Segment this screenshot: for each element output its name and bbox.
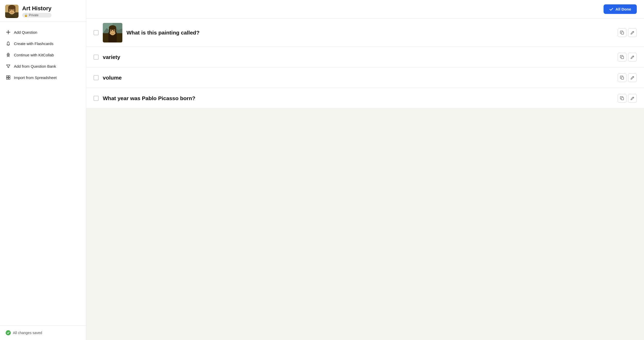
svg-rect-5 [14, 7, 15, 12]
question-4-copy-button[interactable] [618, 94, 626, 103]
question-row: What year was Pablo Picasso born? [86, 88, 644, 109]
saved-check-icon [6, 330, 11, 335]
private-badge: 🔒 Private [22, 13, 52, 18]
edit-icon [630, 31, 634, 35]
svg-point-25 [111, 30, 112, 31]
svg-rect-12 [9, 76, 10, 77]
edit-icon [630, 55, 634, 59]
sidebar-nav: Add Question Create with Flashcards [0, 22, 86, 325]
question-2-checkbox[interactable] [94, 55, 99, 60]
question-2-actions [618, 53, 637, 62]
question-2-copy-button[interactable] [618, 53, 626, 62]
question-1-actions [618, 28, 637, 37]
question-3-text: volume [103, 75, 614, 81]
question-1-text: What is this painting called? [126, 30, 614, 36]
sidebar-header: Art History 🔒 Private [0, 0, 86, 22]
sidebar-item-add-question-label: Add Question [14, 30, 37, 34]
svg-rect-14 [9, 78, 10, 79]
sidebar-item-import-spreadsheet-label: Import from Spreadsheet [14, 75, 57, 80]
question-1-copy-button[interactable] [618, 28, 626, 37]
question-1-thumbnail [103, 23, 122, 42]
avatar [5, 5, 19, 18]
question-4-actions [618, 94, 637, 103]
sidebar: Art History 🔒 Private Add Question [0, 0, 86, 340]
edit-icon [630, 96, 634, 100]
copy-icon [620, 31, 624, 35]
bell-icon [6, 41, 11, 46]
question-row: What is this painting called? [86, 19, 644, 47]
empty-area [86, 109, 644, 212]
question-3-edit-button[interactable] [628, 73, 637, 82]
main: All Done [86, 0, 644, 340]
question-1-edit-button[interactable] [628, 28, 637, 37]
lock-icon: 🔒 [24, 14, 28, 17]
copy-icon [620, 76, 624, 80]
grid-icon [6, 75, 11, 80]
header-text: Art History 🔒 Private [22, 5, 52, 18]
sidebar-item-add-question[interactable]: Add Question [0, 27, 86, 38]
question-2-text: variety [103, 54, 614, 60]
sidebar-item-continue-kitcollab[interactable]: Continue with KitCollab [0, 49, 86, 60]
svg-rect-13 [6, 78, 8, 79]
svg-rect-27 [621, 32, 624, 34]
svg-rect-29 [621, 77, 624, 79]
question-4-edit-button[interactable] [628, 94, 637, 103]
sidebar-item-create-flashcards-label: Create with Flashcards [14, 41, 53, 46]
sidebar-item-import-spreadsheet[interactable]: Import from Spreadsheet [0, 72, 86, 83]
app-title: Art History [22, 5, 52, 12]
question-2-edit-button[interactable] [628, 53, 637, 62]
question-row: volume [86, 67, 644, 88]
copy-icon [620, 96, 624, 100]
svg-rect-4 [8, 7, 10, 12]
svg-point-10 [8, 54, 9, 55]
sidebar-item-create-flashcards[interactable]: Create with Flashcards [0, 38, 86, 49]
svg-rect-11 [6, 76, 8, 77]
sidebar-item-continue-kitcollab-label: Continue with KitCollab [14, 53, 54, 57]
question-row: variety [86, 47, 644, 67]
svg-point-7 [13, 10, 14, 11]
edit-icon [630, 76, 634, 80]
sidebar-item-add-question-bank-label: Add from Question Bank [14, 64, 56, 68]
all-done-label: All Done [615, 7, 631, 11]
question-3-copy-button[interactable] [618, 73, 626, 82]
main-header: All Done [86, 0, 644, 19]
checkmark-icon [609, 7, 613, 11]
saved-status-label: All changes saved [13, 331, 42, 335]
question-1-checkbox[interactable] [94, 30, 99, 35]
main-content: What is this painting called? [86, 19, 644, 340]
question-3-checkbox[interactable] [94, 75, 99, 80]
question-4-text: What year was Pablo Picasso born? [103, 95, 614, 101]
plus-icon [6, 30, 11, 35]
svg-point-26 [113, 30, 115, 31]
rocket-icon [6, 52, 11, 57]
filter-icon [6, 64, 11, 69]
svg-rect-23 [109, 27, 110, 33]
svg-point-6 [10, 10, 11, 11]
svg-rect-30 [621, 98, 624, 100]
private-label: Private [29, 13, 38, 17]
svg-rect-28 [621, 56, 624, 59]
question-3-actions [618, 73, 637, 82]
sidebar-item-add-question-bank[interactable]: Add from Question Bank [0, 60, 86, 72]
svg-rect-24 [115, 27, 116, 33]
sidebar-footer: All changes saved [0, 325, 86, 340]
question-4-checkbox[interactable] [94, 96, 99, 101]
all-done-button[interactable]: All Done [604, 4, 637, 14]
copy-icon [620, 55, 624, 59]
